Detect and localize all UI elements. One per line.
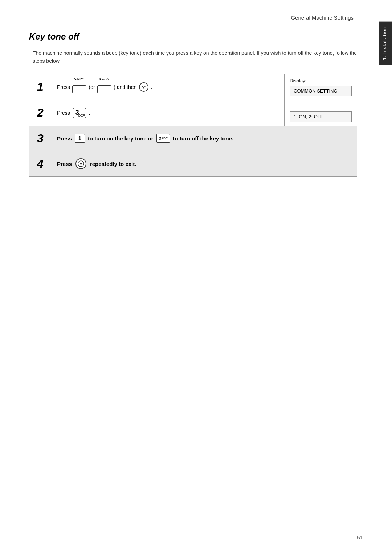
step3-mid-text: to turn on the key tone or (88, 135, 154, 142)
step2-press-text: Press (57, 110, 70, 116)
step-content-3: Press 1 to turn on the key tone or 2ABC … (51, 126, 357, 151)
section-title: Key tone off (29, 32, 357, 42)
step3-press-text: Press (57, 135, 72, 142)
copy-key (72, 85, 87, 93)
step1-andthen-text: ) and then (114, 84, 136, 90)
step2-period: . (89, 110, 90, 116)
step-row-3: 3 Press 1 to turn on the key tone or 2AB… (29, 126, 357, 151)
step4-stop-icon (75, 158, 86, 169)
display-value-2: 1: ON, 2: OFF (290, 111, 352, 122)
scan-label: SCAN (99, 77, 110, 81)
step1-period: . (151, 84, 152, 90)
copy-label: COPY (74, 77, 85, 81)
step3-key-2abc: 2ABC (156, 134, 170, 143)
step-number-2: 2 (29, 100, 51, 126)
step1-or-text: (or (89, 84, 95, 90)
step3-end-text: to turn off the key tone. (173, 135, 233, 142)
step-row-1: 1 Press COPY (or SCAN ) and then (29, 74, 357, 100)
step-display-1: Display: COMMON SETTING (284, 74, 357, 100)
page-number: 51 (357, 534, 363, 540)
step4-end-text: repeatedly to exit. (90, 161, 136, 167)
step-display-2: 1: ON, 2: OFF (284, 100, 357, 126)
steps-table: 1 Press COPY (or SCAN ) and then (29, 74, 357, 177)
step-content-2: Press 3DEF . (51, 100, 284, 126)
step1-press-text: Press (57, 84, 70, 90)
intro-paragraph: The machine normally sounds a beep (key … (33, 49, 357, 65)
scan-key (97, 85, 112, 93)
svg-point-0 (139, 83, 148, 91)
menu-icon (139, 82, 149, 92)
step4-press-text: Press (57, 161, 72, 167)
step-number-3: 3 (29, 126, 51, 151)
step-number-1: 1 (29, 74, 51, 100)
installation-tab: 1. Installation (379, 22, 392, 65)
step-content-4: Press repeatedly to exit. (51, 151, 357, 176)
step-row-4: 4 Press repeatedly to exit. (29, 151, 357, 176)
display-value-1: COMMON SETTING (290, 86, 352, 96)
display-label-2 (290, 104, 352, 109)
svg-point-1 (143, 87, 144, 88)
main-content: General Machine Settings Key tone off Th… (0, 0, 379, 555)
step2-num-key-3: 3DEF (73, 108, 86, 118)
step-number-4: 4 (29, 151, 51, 176)
svg-point-3 (80, 163, 82, 165)
step-content-1: Press COPY (or SCAN ) and then (51, 74, 284, 100)
copy-key-wrapper: COPY (72, 81, 87, 93)
page-header: General Machine Settings (29, 15, 357, 21)
scan-key-wrapper: SCAN (97, 81, 112, 93)
step-row-2: 2 Press 3DEF . 1: ON, 2: OFF (29, 100, 357, 126)
step3-key-1: 1 (75, 134, 85, 143)
display-label-1: Display: (290, 78, 352, 83)
